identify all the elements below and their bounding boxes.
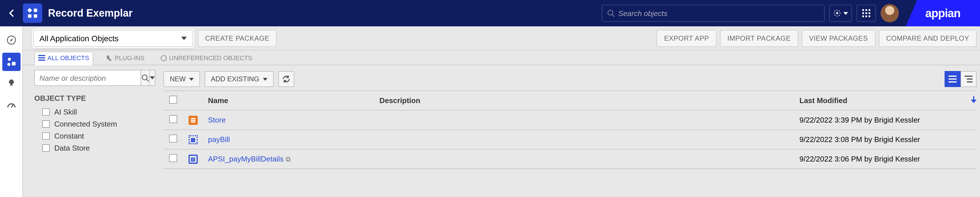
grid-icon: [862, 9, 871, 18]
row-name-cell: APSI_payMyBillDetails⧉: [202, 149, 374, 169]
new-button[interactable]: NEW: [164, 71, 200, 87]
filter-row: [34, 70, 153, 86]
svg-point-19: [7, 63, 10, 66]
row-name-cell: Store: [202, 110, 374, 130]
checkbox-label: Constant: [54, 132, 84, 140]
checkbox-icon: [42, 120, 50, 128]
refresh-button[interactable]: [278, 71, 294, 87]
svg-rect-32: [967, 81, 972, 82]
col-last-modified[interactable]: Last Modified: [794, 91, 965, 110]
toolbar: All Application Objects CREATE PACKAGE E…: [0, 26, 980, 50]
table-actions: NEW ADD EXISTING: [164, 70, 977, 88]
scope-dropdown[interactable]: All Application Objects: [33, 29, 193, 46]
gear-icon: [833, 9, 841, 17]
checkbox-label: Connected System: [54, 120, 117, 128]
svg-rect-15: [869, 16, 870, 17]
view-packages-button[interactable]: VIEW PACKAGES: [802, 29, 875, 46]
svg-rect-8: [865, 9, 867, 11]
checkbox-constant[interactable]: Constant: [34, 130, 153, 142]
chevron-left-icon: [8, 9, 16, 17]
btn-label: ADD EXISTING: [211, 75, 259, 83]
security-icon: ⧉: [286, 155, 291, 163]
select-all-cell[interactable]: [164, 91, 183, 110]
object-link[interactable]: APSI_payMyBillDetails: [208, 155, 283, 163]
content-row: OBJECT TYPE AI Skill Connected System Co…: [23, 65, 980, 197]
svg-point-24: [161, 55, 166, 61]
btn-label: NEW: [170, 75, 186, 83]
checkbox-ai-skill[interactable]: AI Skill: [34, 106, 153, 118]
tree-icon: [964, 75, 972, 82]
tab-all-objects[interactable]: ALL OBJECTS: [34, 51, 93, 65]
svg-line-20: [11, 105, 13, 107]
svg-rect-9: [869, 9, 870, 11]
view-tabs: ALL OBJECTS PLUG-INS UNREFERENCED OBJECT…: [23, 50, 980, 65]
row-select[interactable]: [164, 149, 183, 169]
add-existing-button[interactable]: ADD EXISTING: [205, 71, 274, 87]
checkbox-data-store[interactable]: Data Store: [34, 142, 153, 154]
view-grouped-button[interactable]: [961, 71, 977, 87]
svg-rect-2: [28, 14, 32, 18]
filter-input[interactable]: [34, 70, 141, 86]
import-package-button[interactable]: IMPORT PACKAGE: [720, 29, 798, 46]
interface-icon: ▦: [189, 135, 198, 144]
caret-down-icon: [181, 36, 187, 40]
svg-rect-10: [862, 12, 864, 14]
caret-down-icon: [150, 76, 155, 80]
compare-deploy-button[interactable]: COMPARE AND DEPLOY: [879, 29, 977, 46]
svg-rect-35: [191, 119, 196, 120]
svg-rect-0: [27, 8, 32, 13]
create-package-button[interactable]: CREATE PACKAGE: [198, 29, 277, 46]
svg-rect-27: [948, 75, 956, 77]
grid-plus-icon: [27, 8, 38, 19]
object-type-heading: OBJECT TYPE: [34, 94, 153, 103]
scope-label: All Application Objects: [40, 34, 119, 43]
checkbox-icon: [42, 144, 50, 152]
back-button[interactable]: [0, 9, 23, 17]
filter-search-button[interactable]: [141, 70, 150, 86]
col-sort[interactable]: [965, 91, 977, 110]
row-type-icon-cell: ▦: [183, 130, 202, 149]
svg-point-17: [8, 58, 11, 61]
object-link[interactable]: payBill: [208, 135, 230, 144]
apps-grid-button[interactable]: [857, 5, 876, 22]
svg-rect-1: [34, 9, 37, 12]
svg-rect-18: [12, 62, 16, 66]
settings-button[interactable]: [829, 5, 852, 22]
refresh-icon: [282, 75, 290, 83]
row-select[interactable]: [164, 110, 183, 130]
tab-plugins[interactable]: PLUG-INS: [102, 52, 148, 65]
svg-rect-34: [191, 118, 196, 119]
filter-options-button[interactable]: [150, 70, 156, 86]
row-type-icon-cell: [183, 110, 202, 130]
row-select[interactable]: [164, 130, 183, 149]
rail-explore[interactable]: [2, 31, 20, 49]
svg-rect-31: [967, 78, 972, 80]
rail-objects[interactable]: [2, 53, 20, 71]
rail-monitor[interactable]: [2, 96, 20, 115]
col-description[interactable]: Description: [374, 91, 794, 110]
search-input-wrapper[interactable]: Search objects: [602, 5, 824, 22]
checkbox-connected-system[interactable]: Connected System: [34, 118, 153, 130]
checkbox-icon: [169, 115, 177, 123]
view-flat-button[interactable]: [945, 71, 961, 87]
rocket-icon: [6, 78, 16, 89]
icon-header: [183, 91, 202, 110]
tab-unreferenced[interactable]: UNREFERENCED OBJECTS: [157, 52, 256, 65]
avatar[interactable]: [881, 4, 899, 22]
svg-rect-30: [964, 75, 972, 77]
export-app-button[interactable]: EXPORT APP: [657, 29, 716, 46]
objects-icon: [6, 57, 16, 67]
gauge-icon: [6, 100, 16, 111]
col-name[interactable]: Name: [202, 91, 374, 110]
object-link[interactable]: Store: [208, 116, 226, 124]
search-icon: [607, 9, 615, 17]
table-area: NEW ADD EXISTING: [160, 65, 980, 197]
rail-deploy[interactable]: [2, 74, 20, 93]
table-row: ▤ APSI_payMyBillDetails⧉ 9/22/2022 3:06 …: [164, 149, 977, 169]
plugin-icon: [106, 54, 113, 61]
caret-down-icon: [843, 12, 848, 14]
svg-rect-29: [948, 81, 956, 82]
svg-rect-33: [973, 96, 974, 100]
svg-line-26: [146, 79, 149, 81]
row-modified-cell: 9/22/2022 3:39 PM by Brigid Kessler: [794, 110, 965, 130]
